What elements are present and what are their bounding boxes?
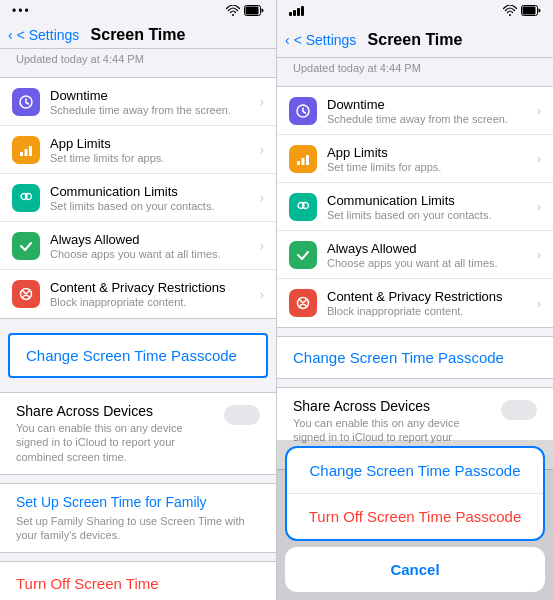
change-passcode-btn-left[interactable]: Change Screen Time Passcode <box>8 333 268 378</box>
downtime-item-right[interactable]: Downtime Schedule time away from the scr… <box>277 87 553 135</box>
chevron-icon: › <box>537 103 541 118</box>
svg-rect-5 <box>29 146 32 156</box>
content-privacy-icon-right <box>289 289 317 317</box>
action-change-passcode-btn[interactable]: Change Screen Time Passcode <box>287 448 543 494</box>
comm-limits-text-right: Communication Limits Set limits based on… <box>327 193 537 221</box>
carrier-dots: ••• <box>12 4 31 18</box>
downtime-item-left[interactable]: Downtime Schedule time away from the scr… <box>0 78 276 126</box>
app-limits-item-left[interactable]: App Limits Set time limits for apps. › <box>0 126 276 174</box>
nav-title-right: Screen Time <box>368 31 463 49</box>
svg-rect-1 <box>246 6 259 14</box>
back-button-left[interactable]: ‹ < Settings <box>8 27 79 43</box>
nav-bar-left: ‹ < Settings Screen Time <box>0 22 276 49</box>
nav-bar-right: ‹ < Settings Screen Time <box>277 22 553 58</box>
app-limits-text-left: App Limits Set time limits for apps. <box>50 136 260 164</box>
svg-rect-10 <box>523 6 536 14</box>
battery-icon-right <box>521 5 541 18</box>
change-passcode-btn-right[interactable]: Change Screen Time Passcode <box>277 336 553 379</box>
app-limits-icon-right <box>289 145 317 173</box>
action-turn-off-passcode-btn[interactable]: Turn Off Screen Time Passcode <box>287 494 543 539</box>
svg-rect-4 <box>25 149 28 156</box>
chevron-icon: › <box>260 238 264 253</box>
app-limits-text-right: App Limits Set time limits for apps. <box>327 145 537 173</box>
left-panel: ••• ‹ < Settings Screen Time Updated tod… <box>0 0 277 600</box>
downtime-text-right: Downtime Schedule time away from the scr… <box>327 97 537 125</box>
chevron-icon: › <box>260 190 264 205</box>
content-privacy-text-left: Content & Privacy Restrictions Block ina… <box>50 280 260 308</box>
share-devices-toggle-right[interactable] <box>501 400 537 420</box>
setup-family-subtitle-left: Set up Family Sharing to use Screen Time… <box>16 514 260 543</box>
content-privacy-icon-left <box>12 280 40 308</box>
action-sheet: Change Screen Time Passcode Turn Off Scr… <box>277 446 553 600</box>
content-privacy-text-right: Content & Privacy Restrictions Block ina… <box>327 289 537 317</box>
downtime-text-left: Downtime Schedule time away from the scr… <box>50 88 260 116</box>
back-button-right[interactable]: ‹ < Settings <box>285 32 356 48</box>
always-allowed-icon-right <box>289 241 317 269</box>
always-allowed-text-right: Always Allowed Choose apps you want at a… <box>327 241 537 269</box>
status-bar-left: ••• <box>0 0 276 22</box>
chevron-icon: › <box>537 296 541 311</box>
share-devices-subtitle-left: You can enable this on any device signed… <box>16 421 216 464</box>
wifi-icon-right <box>503 5 517 18</box>
always-allowed-text-left: Always Allowed Choose apps you want at a… <box>50 232 260 260</box>
chevron-icon: › <box>537 151 541 166</box>
main-list-right: Downtime Schedule time away from the scr… <box>277 86 553 328</box>
wifi-icon <box>226 5 240 18</box>
action-cancel-btn[interactable]: Cancel <box>285 547 545 592</box>
chevron-icon: › <box>537 199 541 214</box>
share-devices-row-left: Share Across Devices You can enable this… <box>0 392 276 475</box>
main-list-left: Downtime Schedule time away from the scr… <box>0 77 276 319</box>
subtitle-right: Updated today at 4:44 PM <box>277 58 553 78</box>
setup-family-title-left: Set Up Screen Time for Family <box>16 494 260 510</box>
svg-rect-3 <box>20 152 23 156</box>
share-devices-title-right: Share Across Devices <box>293 398 493 414</box>
app-limits-icon-left <box>12 136 40 164</box>
right-panel: ‹ < Settings Screen Time Updated today a… <box>277 0 553 600</box>
content-privacy-item-left[interactable]: Content & Privacy Restrictions Block ina… <box>0 270 276 318</box>
comm-limits-text-left: Communication Limits Set limits based on… <box>50 184 260 212</box>
signal-icon <box>289 6 304 16</box>
downtime-icon-left <box>12 88 40 116</box>
comm-limits-item-right[interactable]: Communication Limits Set limits based on… <box>277 183 553 231</box>
comm-limits-icon-left <box>12 184 40 212</box>
always-allowed-item-left[interactable]: Always Allowed Choose apps you want at a… <box>0 222 276 270</box>
battery-icon <box>244 5 264 18</box>
share-devices-title-left: Share Across Devices <box>16 403 216 419</box>
nav-title-left: Screen Time <box>91 26 186 44</box>
always-allowed-icon-left <box>12 232 40 260</box>
status-bar-right <box>277 0 553 22</box>
downtime-icon-right <box>289 97 317 125</box>
share-devices-toggle-left[interactable] <box>224 405 260 425</box>
content-privacy-item-right[interactable]: Content & Privacy Restrictions Block ina… <box>277 279 553 327</box>
comm-limits-icon-right <box>289 193 317 221</box>
chevron-icon: › <box>260 94 264 109</box>
svg-rect-14 <box>306 155 309 165</box>
chevron-icon: › <box>537 247 541 262</box>
setup-family-section-left[interactable]: Set Up Screen Time for Family Set up Fam… <box>0 483 276 554</box>
always-allowed-item-right[interactable]: Always Allowed Choose apps you want at a… <box>277 231 553 279</box>
turn-off-screen-time-btn-left[interactable]: Turn Off Screen Time <box>0 561 276 600</box>
subtitle-left: Updated today at 4:44 PM <box>0 49 276 69</box>
app-limits-item-right[interactable]: App Limits Set time limits for apps. › <box>277 135 553 183</box>
chevron-icon: › <box>260 287 264 302</box>
action-sheet-overlay: Change Screen Time Passcode Turn Off Scr… <box>277 440 553 600</box>
comm-limits-item-left[interactable]: Communication Limits Set limits based on… <box>0 174 276 222</box>
action-sheet-group: Change Screen Time Passcode Turn Off Scr… <box>285 446 545 541</box>
svg-rect-12 <box>297 161 300 165</box>
svg-rect-13 <box>302 158 305 165</box>
chevron-icon: › <box>260 142 264 157</box>
